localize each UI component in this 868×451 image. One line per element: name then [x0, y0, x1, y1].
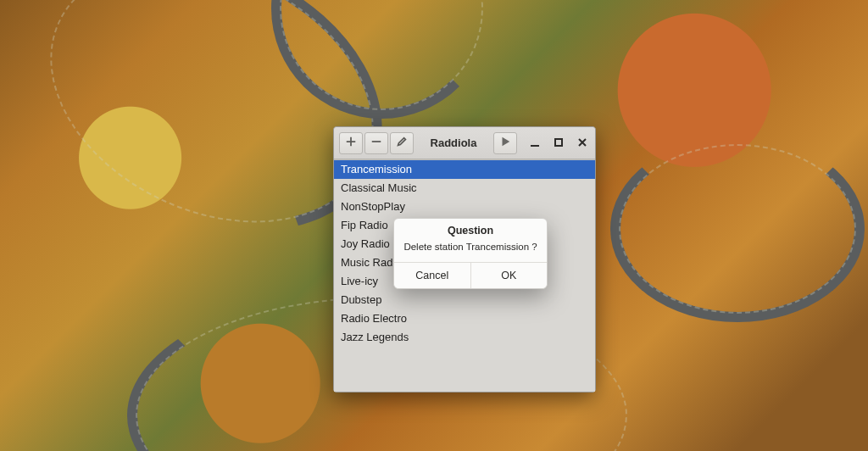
station-row[interactable]: Trancemission: [334, 160, 595, 179]
maximize-button[interactable]: [551, 136, 566, 151]
window-title: Raddiola: [415, 136, 492, 149]
dialog-actions: Cancel OK: [394, 262, 547, 288]
window-controls: [527, 136, 590, 151]
play-icon: [499, 136, 511, 150]
pencil-icon: [396, 136, 408, 150]
confirm-dialog: Question Delete station Trancemission ? …: [393, 218, 548, 289]
remove-button[interactable]: [364, 132, 388, 154]
dialog-message: Delete station Trancemission ?: [394, 240, 547, 262]
ok-button[interactable]: OK: [470, 263, 548, 288]
add-button[interactable]: [339, 132, 363, 154]
minimize-icon: [530, 136, 540, 151]
play-button[interactable]: [493, 132, 517, 154]
close-icon: [577, 136, 587, 151]
dialog-title: Question: [394, 219, 547, 240]
station-row[interactable]: NonStopPlay: [334, 198, 595, 216]
edit-button[interactable]: [390, 132, 414, 154]
minimize-button[interactable]: [527, 136, 542, 151]
station-row[interactable]: Radio Electro: [334, 309, 595, 328]
cancel-button[interactable]: Cancel: [394, 263, 470, 288]
plus-icon: [345, 136, 357, 150]
station-row[interactable]: Dubstep: [334, 291, 595, 309]
titlebar[interactable]: Raddiola: [334, 127, 595, 159]
station-row[interactable]: Classical Music: [334, 179, 595, 198]
maximize-icon: [554, 136, 564, 151]
desktop: Raddiola TrancemissionClassical MusicNon…: [0, 0, 868, 451]
wallpaper-decor: [610, 136, 865, 322]
svg-rect-0: [555, 139, 562, 146]
station-row[interactable]: Jazz Legends: [334, 328, 595, 347]
close-button[interactable]: [575, 136, 590, 151]
minus-icon: [370, 136, 382, 150]
